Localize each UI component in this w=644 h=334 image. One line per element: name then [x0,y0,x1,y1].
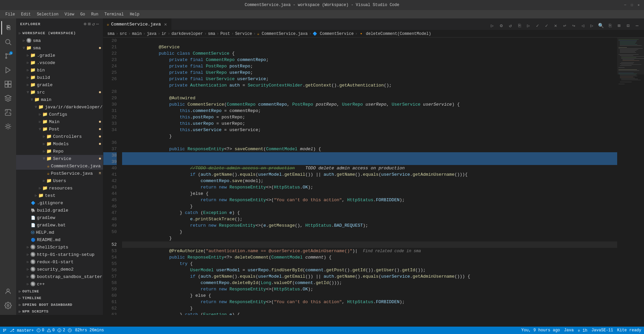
history-button[interactable]: ↺ [506,21,515,30]
new-file-icon[interactable]: ⊕ [84,21,86,27]
minimize-button[interactable]: ─ [623,3,627,7]
check2-button[interactable]: ✓ [542,21,551,30]
sidebar-item-gradlew-bat[interactable]: 📄 gradlew.bat [16,221,103,229]
sidebar-item-help-md[interactable]: Ⓜ HELP.md [16,229,103,236]
breadcrumb-sma2[interactable]: sma [208,32,215,36]
code-editor[interactable]: 20 21 22 23 24 25 26 28 29 30 31 32 33 3… [103,38,644,315]
sidebar-item-configs[interactable]: ▷ 📁 Configs [16,111,103,118]
check-button[interactable]: ✓ [533,21,542,30]
git-lens-icon[interactable] [1,120,15,133]
sidebar-item-resources[interactable]: ▷ 📁 resources [16,184,103,192]
sidebar-item-cpp[interactable]: ▷ 🔘 c++ [16,280,103,288]
files-icon[interactable]: ⎘ [1,21,15,35]
sidebar-item-vscode[interactable]: ▷ 📁 .vscode [16,59,103,66]
breadcrumb-src[interactable]: src [120,32,127,36]
copy-button[interactable]: ⎘ [515,21,524,30]
breadcrumb-java[interactable]: java [147,32,157,36]
accounts-icon[interactable] [1,285,15,298]
sidebar-item-src[interactable]: ▽ 📁 src [16,89,103,96]
close2-button[interactable]: ✕ [551,21,560,30]
testing-icon[interactable] [1,106,15,119]
breadcrumb-sma[interactable]: sma [107,32,115,36]
breadcrumb-service[interactable]: Service [235,32,252,36]
menu-selection[interactable]: Selection [34,11,61,17]
redo-button[interactable]: ↪ [570,21,578,30]
menu-go[interactable]: Go [77,11,88,17]
search-toolbar-button[interactable]: 🔍 [597,21,605,30]
sidebar-item-repo[interactable]: ▷ 📁 Repo [16,148,103,155]
sidebar-item-gradle2[interactable]: ▷ 📁 gradle [16,81,103,89]
menu-view[interactable]: View [62,11,77,17]
sidebar-item-service[interactable]: ▽ 📁 Service [16,155,103,162]
extensions-icon[interactable] [1,77,15,91]
status-errors[interactable]: 0 0 2 [37,328,65,333]
run-config-button[interactable]: ⚙ [497,21,505,30]
menu-file[interactable]: File [3,11,18,17]
status-indent[interactable]: ⎀ 1h [578,328,587,333]
run-icon[interactable] [1,63,15,77]
breadcrumb-class[interactable]: 🔷 CommentService [313,32,354,36]
search-icon[interactable] [1,35,15,49]
sidebar-item-sma[interactable]: ▽ 📁 sma [16,44,103,52]
menu-terminal[interactable]: Terminal [102,11,126,17]
breadcrumb-ir[interactable]: ir [162,32,166,36]
breadcrumb-method[interactable]: 🔸 deleteComment(CommentModel) [359,32,431,36]
status-you[interactable]: You, 9 hours ago [521,328,560,333]
menu-help[interactable]: Help [127,11,142,17]
sidebar-item-test[interactable]: ▷ 📁 test [16,192,103,199]
sidebar-item-build-folder[interactable]: ▷ 📁 build [16,74,103,81]
status-encoding[interactable]: JavaSE-11 [591,328,613,333]
sidebar-item-models[interactable]: ▷ 📁 Models [16,140,103,148]
remote-icon[interactable] [1,92,15,105]
menu-edit[interactable]: Edit [18,11,34,17]
sidebar-item-sma-root[interactable]: ▷ 🔘 sma [16,37,103,44]
sidebar-item-main[interactable]: ▽ 📁 main [16,96,103,103]
breadcrumb-post[interactable]: Post [220,32,230,36]
status-lang[interactable]: Java [564,328,574,333]
git-branch[interactable]: ⎇ master+ [3,328,34,333]
run-test-button[interactable]: ▷ [524,21,533,30]
back-button[interactable]: ◁ [579,21,587,30]
sidebar-item-main2[interactable]: ▷ 📁 Main [16,118,103,125]
forward-button[interactable]: ▷ [588,21,596,30]
sidebar-item-gradlew[interactable]: 📄 gradlew [16,214,103,221]
tab-close-button[interactable]: ✕ [163,21,168,27]
outline-panel[interactable]: ▷ OUTLINE [16,288,103,295]
maximize-button[interactable]: □ [630,3,634,7]
sidebar-item-shell-scripts[interactable]: ▷ 🔘 ShellScripts [16,243,103,251]
timeline-panel[interactable]: ▷ TIMELINE [16,295,103,301]
workspace-header[interactable]: ▷ WORKSPACE (WORKSPACE) [16,30,103,37]
sidebar-item-controllers[interactable]: ▷ 📁 Controllers [16,133,103,140]
copy2-button[interactable]: ⎘ [606,21,614,30]
undo-button[interactable]: ↩ [560,21,569,30]
sidebar-item-bin[interactable]: ▷ 📁 bin [16,66,103,74]
sidebar-item-bootstrap[interactable]: ▷ 🔘 bootstrap_sandbox_starter [16,273,103,280]
sidebar-item-security[interactable]: ▷ 🔘 security_demo2 [16,266,103,273]
sidebar-item-build-gradle[interactable]: 🐘 build.gradle [16,207,103,214]
status-kite[interactable]: Kite ready [617,328,641,333]
status-time[interactable]: 82hrs 26mins [68,328,104,333]
npm-panel[interactable]: ▷ NPM SCRIPTS [16,308,103,315]
breadcrumb-file[interactable]: ☕ CommentService.java [257,32,308,36]
collapse-icon[interactable]: ⋯ [96,21,99,27]
refresh-icon[interactable]: ↺ [92,21,95,27]
sidebar-item-gradle[interactable]: ▷ 📁 .gradle [16,52,103,59]
sidebar-item-java-ir[interactable]: ▽ 📁 java/ir/darkdeveloper/sma [16,103,103,111]
run-debug-button[interactable]: ▷ [488,21,496,30]
sidebar-item-redux[interactable]: ▷ 🔘 redux-01-start [16,258,103,266]
sidebar-item-readme-md[interactable]: 🔵 README.md [16,236,103,243]
close-button[interactable]: ✕ [637,3,641,7]
spring-boot-panel[interactable]: ▷ SPRING BOOT DASHBOARD [16,301,103,308]
sidebar-item-http-start[interactable]: ▷ 🔘 http-01-starting-setup [16,251,103,258]
new-folder-icon[interactable]: ⊞ [88,21,91,27]
menu-run[interactable]: Run [89,11,101,17]
breadcrumb-darkdeveloper[interactable]: darkdeveloper [171,32,203,36]
sidebar-item-gitignore[interactable]: 🔷 .gitignore [16,199,103,207]
sidebar-item-users[interactable]: ▷ 📁 Users [16,177,103,184]
settings-icon[interactable] [1,299,15,312]
new-file-button[interactable]: ⊞ [615,21,623,30]
code-content[interactable]: @Service public class CommentService { p… [119,38,617,315]
source-control-icon[interactable]: 1 [1,49,15,63]
breadcrumb-main[interactable]: main [132,32,142,36]
more-button[interactable]: ⋯ [633,21,641,30]
